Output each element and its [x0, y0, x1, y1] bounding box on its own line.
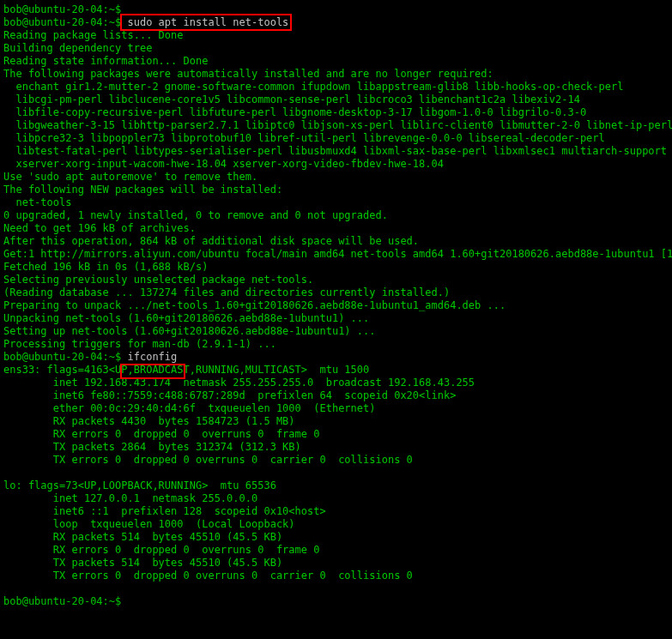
terminal-line: RX errors 0 dropped 0 overruns 0 frame 0	[3, 544, 319, 556]
terminal-line: Setting up net-tools (1.60+git20180626.a…	[3, 325, 375, 337]
terminal-line: Need to get 196 kB of archives.	[3, 222, 196, 234]
terminal-line: libpcre32-3 libpoppler73 libprotobuf10 l…	[3, 132, 605, 144]
terminal-line: The following NEW packages will be insta…	[3, 184, 282, 196]
terminal-line: RX packets 4430 bytes 1584723 (1.5 MB)	[3, 415, 295, 427]
terminal-line: After this operation, 864 kB of addition…	[3, 235, 419, 247]
shell-text: ether 00:0c:29:40:d4:6f txqueuelen 1000 …	[3, 402, 375, 414]
shell-text: After this operation, 864 kB of addition…	[3, 235, 419, 247]
terminal-line: RX packets 514 bytes 45510 (45.5 KB)	[3, 531, 282, 543]
shell-text: enchant gir1.2-mutter-2 gnome-software-c…	[3, 81, 623, 93]
terminal-line: libgweather-3-15 libhttp-parser2.7.1 lib…	[3, 119, 672, 131]
terminal-line: The following packages were automaticall…	[3, 68, 493, 80]
shell-text: (Reading database ... 137274 files and d…	[3, 286, 450, 298]
terminal-line: Fetched 196 kB in 0s (1,688 kB/s)	[3, 261, 208, 273]
terminal-line: bob@ubuntu-20-04:~$	[3, 595, 128, 607]
shell-text: Preparing to unpack .../net-tools_1.60+g…	[3, 299, 506, 311]
shell-text: RX errors 0 dropped 0 overruns 0 frame 0	[3, 544, 319, 556]
shell-text: libgweather-3-15 libhttp-parser2.7.1 lib…	[3, 119, 672, 131]
shell-text: The following packages were automaticall…	[3, 68, 493, 80]
shell-text: Reading package lists... Done	[3, 29, 184, 41]
terminal-output[interactable]: bob@ubuntu-20-04:~$ bob@ubuntu-20-04:~$ …	[0, 0, 672, 612]
shell-prompt: bob@ubuntu-20-04:~$	[3, 3, 128, 15]
terminal-line: libfile-copy-recursive-perl libfuture-pe…	[3, 106, 586, 118]
shell-text: TX packets 2864 bytes 312374 (312.3 KB)	[3, 441, 301, 453]
shell-prompt: bob@ubuntu-20-04:~$	[3, 351, 128, 363]
terminal-line: xserver-xorg-input-wacom-hwe-18.04 xserv…	[3, 158, 444, 170]
shell-text: Get:1 http://mirrors.aliyun.com/ubuntu f…	[3, 248, 672, 260]
terminal-line: inet6 ::1 prefixlen 128 scopeid 0x10<hos…	[3, 505, 326, 517]
shell-text: loop txqueuelen 1000 (Local Loopback)	[3, 518, 295, 530]
shell-text: Setting up net-tools (1.60+git20180626.a…	[3, 325, 375, 337]
terminal-line: bob@ubuntu-20-04:~$	[3, 3, 128, 15]
shell-text: TX errors 0 dropped 0 overruns 0 carrier…	[3, 570, 413, 582]
terminal-line: Get:1 http://mirrors.aliyun.com/ubuntu f…	[3, 248, 672, 260]
terminal-line: net-tools	[3, 196, 71, 208]
shell-text: The following NEW packages will be insta…	[3, 184, 282, 196]
terminal-line: inet 192.168.43.174 netmask 255.255.255.…	[3, 377, 475, 389]
terminal-line: loop txqueuelen 1000 (Local Loopback)	[3, 518, 295, 530]
shell-text: Use 'sudo apt autoremove' to remove them…	[3, 171, 257, 183]
terminal-line: inet 127.0.0.1 netmask 255.0.0.0	[3, 492, 257, 504]
terminal-line: Reading state information... Done	[3, 55, 208, 67]
shell-text: Need to get 196 kB of archives.	[3, 222, 196, 234]
shell-text: Processing triggers for man-db (2.9.1-1)…	[3, 338, 276, 350]
terminal-line: bob@ubuntu-20-04:~$ sudo apt install net…	[3, 16, 288, 28]
shell-command: sudo apt install net-tools	[128, 16, 289, 28]
shell-text: RX errors 0 dropped 0 overruns 0 frame 0	[3, 428, 319, 440]
shell-text: TX errors 0 dropped 0 overruns 0 carrier…	[3, 454, 413, 466]
terminal-line: Unpacking net-tools (1.60+git20180626.ae…	[3, 312, 369, 324]
shell-text: RX packets 4430 bytes 1584723 (1.5 MB)	[3, 415, 295, 427]
shell-text: libpcre32-3 libpoppler73 libprotobuf10 l…	[3, 132, 605, 144]
shell-text: libtest-fatal-perl libtypes-serialiser-p…	[3, 145, 667, 157]
terminal-line: (Reading database ... 137274 files and d…	[3, 286, 450, 298]
shell-text: Fetched 196 kB in 0s (1,688 kB/s)	[3, 261, 208, 273]
terminal-line: Selecting previously unselected package …	[3, 274, 313, 286]
shell-text: libfile-copy-recursive-perl libfuture-pe…	[3, 106, 586, 118]
terminal-line: lo: flags=73<UP,LOOPBACK,RUNNING> mtu 65…	[3, 479, 276, 491]
terminal-line: RX errors 0 dropped 0 overruns 0 frame 0	[3, 428, 319, 440]
shell-text: Selecting previously unselected package …	[3, 274, 313, 286]
terminal-line: 0 upgraded, 1 newly installed, 0 to remo…	[3, 209, 388, 221]
shell-text: Building dependency tree	[3, 42, 152, 54]
shell-text: net-tools	[3, 196, 71, 208]
shell-prompt: bob@ubuntu-20-04:~$	[3, 595, 128, 607]
terminal-line: libtest-fatal-perl libtypes-serialiser-p…	[3, 145, 667, 157]
terminal-line: Building dependency tree	[3, 42, 152, 54]
terminal-line: Reading package lists... Done	[3, 29, 184, 41]
terminal-line: TX errors 0 dropped 0 overruns 0 carrier…	[3, 454, 413, 466]
shell-text: ens33: flags=4163<UP,BROADCAST,RUNNING,M…	[3, 364, 369, 376]
shell-text: TX packets 514 bytes 45510 (45.5 KB)	[3, 557, 282, 569]
terminal-line: bob@ubuntu-20-04:~$ ifconfig	[3, 351, 177, 363]
terminal-line: enchant gir1.2-mutter-2 gnome-software-c…	[3, 81, 623, 93]
shell-text: xserver-xorg-input-wacom-hwe-18.04 xserv…	[3, 158, 444, 170]
terminal-line: Preparing to unpack .../net-tools_1.60+g…	[3, 299, 506, 311]
shell-command: ifconfig	[128, 351, 178, 363]
terminal-line: libcgi-pm-perl libclucene-core1v5 libcom…	[3, 93, 580, 105]
terminal-line: ens33: flags=4163<UP,BROADCAST,RUNNING,M…	[3, 364, 369, 376]
shell-text: inet6 fe80::7559:c488:6787:289d prefixle…	[3, 389, 456, 401]
shell-text: inet 192.168.43.174 netmask 255.255.255.…	[3, 377, 475, 389]
shell-text: Reading state information... Done	[3, 55, 208, 67]
terminal-line: TX packets 2864 bytes 312374 (312.3 KB)	[3, 441, 301, 453]
shell-text: inet6 ::1 prefixlen 128 scopeid 0x10<hos…	[3, 505, 326, 517]
shell-text: inet 127.0.0.1 netmask 255.0.0.0	[3, 492, 257, 504]
shell-text: 0 upgraded, 1 newly installed, 0 to remo…	[3, 209, 388, 221]
terminal-line: Processing triggers for man-db (2.9.1-1)…	[3, 338, 276, 350]
terminal-line: inet6 fe80::7559:c488:6787:289d prefixle…	[3, 389, 456, 401]
terminal-line: ether 00:0c:29:40:d4:6f txqueuelen 1000 …	[3, 402, 375, 414]
shell-text: lo: flags=73<UP,LOOPBACK,RUNNING> mtu 65…	[3, 479, 276, 491]
shell-text: Unpacking net-tools (1.60+git20180626.ae…	[3, 312, 369, 324]
terminal-line: Use 'sudo apt autoremove' to remove them…	[3, 171, 257, 183]
terminal-line: TX packets 514 bytes 45510 (45.5 KB)	[3, 557, 282, 569]
shell-text: RX packets 514 bytes 45510 (45.5 KB)	[3, 531, 282, 543]
terminal-line: TX errors 0 dropped 0 overruns 0 carrier…	[3, 570, 413, 582]
shell-text: libcgi-pm-perl libclucene-core1v5 libcom…	[3, 93, 580, 105]
shell-prompt: bob@ubuntu-20-04:~$	[3, 16, 128, 28]
